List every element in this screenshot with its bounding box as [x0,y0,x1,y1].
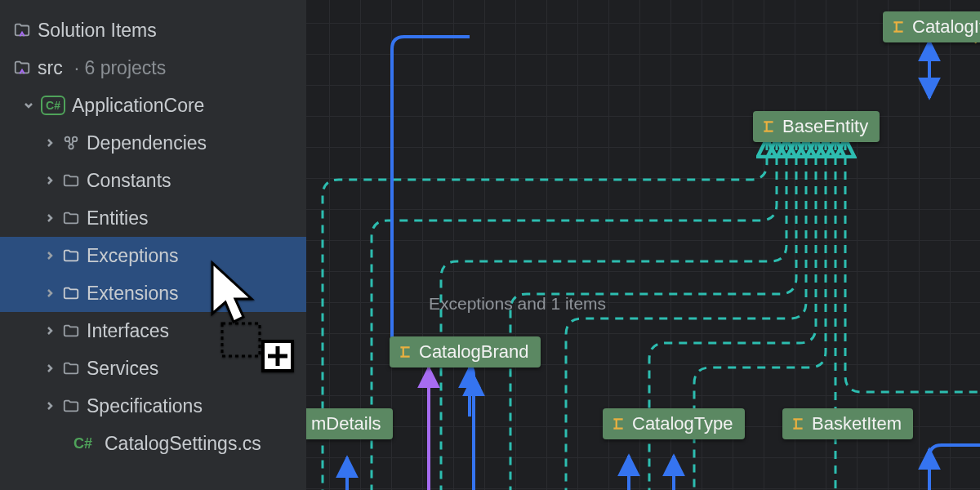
tree-item-solution-items[interactable]: Solution Items [0,11,306,49]
folder-icon [62,322,80,340]
class-icon [398,345,412,359]
folder-icon [62,284,80,302]
node-label: mDetails [311,413,381,434]
tree-label: Dependencies [87,132,207,154]
diagram-node-base-entity[interactable]: BaseEntity [753,111,880,142]
tree-item-file[interactable]: C# CatalogSettings.cs [0,425,306,462]
chevron-right-icon [44,175,56,186]
tree-label: Interfaces [87,320,169,342]
tree-label: CatalogSettings.cs [105,433,261,455]
diagram-node-basket-item[interactable]: BasketItem [782,408,913,439]
tree-label: Services [87,358,158,380]
chevron-right-icon [44,212,56,224]
tree-item-folder-exceptions[interactable]: Exceptions [0,237,306,274]
csharp-file-icon: C# [74,435,98,452]
folder-icon [62,209,80,227]
diagram-node-m-details[interactable]: mDetails [306,408,393,439]
tree-meta: · 6 projects [74,57,167,79]
tree-item-folder[interactable]: Services [0,350,306,387]
svg-point-2 [69,145,74,149]
tree-item-project[interactable]: C# ApplicationCore [0,87,306,124]
chevron-right-icon [44,325,56,336]
tree-label: ApplicationCore [72,95,204,117]
folder-ref-icon [13,21,31,39]
chevron-right-icon [44,287,56,299]
node-label: BaseEntity [782,116,868,137]
class-icon [761,119,776,134]
class-icon [891,20,906,34]
chevron-right-icon [44,363,56,374]
tree-item-src[interactable]: src · 6 projects [0,49,306,87]
node-label: CatalogType [632,413,733,434]
tree-item-folder[interactable]: Constants [0,162,306,199]
folder-icon [62,247,80,265]
tree-item-folder[interactable]: Specifications [0,387,306,425]
tree-label: Entities [87,207,148,229]
chevron-right-icon [44,400,56,412]
tree-label: Specifications [87,395,203,417]
chevron-down-icon [23,100,34,111]
tree-label: Exceptions [87,245,179,267]
tree-item-folder-extensions[interactable]: Extensions [0,274,306,312]
diagram-node-catalog-item[interactable]: CatalogIt [883,11,980,42]
tree-label: Extensions [87,283,179,305]
tree-item-folder[interactable]: Interfaces [0,312,306,350]
solution-explorer-sidebar: Solution Items src · 6 projects C# Appli… [0,0,306,490]
tree-label: Constants [87,170,172,192]
class-icon [611,416,626,431]
node-label: CatalogIt [912,16,980,38]
diagram-canvas[interactable]: Exceptions and 1 items BaseEntity Catalo… [306,0,980,490]
folder-icon [62,397,80,415]
dependencies-icon [62,134,80,152]
folder-icon [62,359,80,377]
chevron-right-icon [44,250,56,261]
tree-item-dependencies[interactable]: Dependencies [0,124,306,162]
class-icon [791,416,805,431]
diagram-node-catalog-brand[interactable]: CatalogBrand [390,336,541,368]
chevron-right-icon [44,137,56,149]
diagram-node-catalog-type[interactable]: CatalogType [603,408,745,439]
folder-ref-icon [13,59,31,77]
node-label: CatalogBrand [419,341,529,363]
tree-label: Solution Items [38,20,157,42]
tree-label: src [38,57,63,79]
node-label: BasketItem [812,413,902,434]
csharp-project-icon: C# [41,96,65,115]
drag-hint-caption: Exceptions and 1 items [429,294,606,314]
folder-icon [62,172,80,189]
tree-item-folder[interactable]: Entities [0,199,306,237]
